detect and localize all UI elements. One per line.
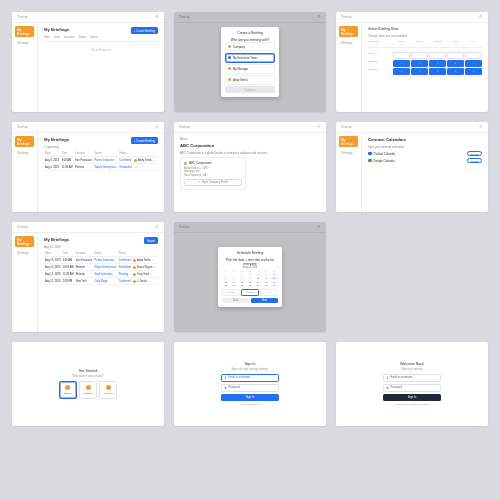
gear-icon[interactable]: ⚙ [317,125,321,129]
signup-link[interactable]: Don't have an account? Sign up [383,403,441,406]
modal-title: Create a Briefing [225,31,275,35]
schedule-modal: Schedule Briefing Pick the date + time t… [218,247,282,307]
calendar-row-outlook: Outlook Calendar Connect [368,151,482,156]
slot[interactable]: — [465,52,482,59]
more-icon[interactable]: ⋯ [153,266,156,269]
person-icon [386,376,389,379]
lock-icon [386,386,389,389]
table-row[interactable]: Aug 4, 202311:00 AM RemoteWayne Enterpri… [44,164,158,171]
column-headers: Date Time Location Name Status [44,35,158,39]
slot-selected[interactable]: ✓ [447,68,464,75]
svg-point-0 [225,377,226,378]
create-briefing-button[interactable]: + Create Briefing [131,27,158,34]
slot[interactable]: — [393,52,410,59]
slot-selected[interactable]: ✓ [447,60,464,67]
forgot-password-link[interactable]: Forgot password? [221,403,279,406]
slot[interactable]: — [411,52,428,59]
duration-option[interactable]: 1 hr [260,289,278,296]
svg-point-2 [387,377,388,378]
slot[interactable]: — [429,52,446,59]
gear-icon[interactable]: ⚙ [155,225,159,229]
slot-selected[interactable]: ✓ [465,68,482,75]
briefings-table: DateTime LocationName Status Aug 3, 2023… [44,151,158,171]
table-row[interactable]: Aug 12, 20232:00 PMNew YorkDaily BugleCo… [44,278,158,285]
sidebar-item-briefings[interactable]: My Briefings [15,26,34,37]
screen-sign-in-light: Sign In Sign in to start sharing briefin… [174,342,326,426]
screen-briefings-list: Overlap ⚙ My Briefings Settings My Brief… [12,122,164,212]
selected-day[interactable]: 12 [271,277,278,280]
continue-button[interactable]: Continue [225,86,275,93]
screen-create-briefing: Overlap ⚙ Create a Briefing Who are you … [174,12,326,112]
sidebar-item-settings[interactable]: Settings [15,39,34,46]
briefings-table: DateTime LocationName Status Aug 12, 202… [44,251,158,285]
slot-selected[interactable]: ✓ [429,60,446,67]
gear-icon[interactable]: ⚙ [479,125,483,129]
screen-select-slots: Overlap ⚙ My Briefings Settings Select B… [336,12,488,112]
slot-selected[interactable]: ✓ [411,60,428,67]
option-manager[interactable]: My Manager [225,64,275,74]
next-button[interactable]: Next [251,298,278,303]
create-briefing-button[interactable]: + Create Briefing [131,137,158,144]
modal-subtitle: Who are you meeting with? [225,38,275,42]
gear-icon[interactable]: ⚙ [479,15,483,19]
duration-picker: 30 min 45 min 1 hr [222,289,278,296]
slot-selected[interactable]: ✓ [465,60,482,67]
screen-connect-calendars: Overlap ⚙ My Briefings Settings Connect … [336,122,488,212]
slot-selected[interactable]: ✓ [393,68,410,75]
connect-button[interactable]: Connect [467,151,482,156]
company-icon [86,385,91,390]
more-icon[interactable]: ⋯ [134,166,137,169]
next-month-icon[interactable]: › [277,266,278,269]
screen-about-company: Overlap ⚙ About ABC Corporation ABC Corp… [174,122,326,212]
slot[interactable]: — [447,52,464,59]
modal-backdrop[interactable]: Create a Briefing Who are you meeting wi… [174,12,326,112]
screen-schedule-modal: Overlap ⚙ Schedule Briefing Pick the dat… [174,222,326,332]
sign-in-button[interactable]: Sign In [383,394,441,402]
username-field[interactable]: Email or username [383,374,441,382]
more-icon[interactable]: ⋯ [152,259,155,262]
table-row[interactable]: Aug 12, 20239:00 AMSan FranciscoParker I… [44,257,158,264]
back-button[interactable]: Back [222,298,249,303]
gear-icon[interactable]: ⚙ [155,125,159,129]
outlook-icon [368,152,372,156]
connect-button[interactable]: Connect [467,158,482,163]
slot-selected[interactable]: ✓ [411,68,428,75]
table-row[interactable]: Aug 12, 202311:00 AMRemoteStark Industri… [44,271,158,278]
more-icon[interactable]: ⋯ [153,159,156,162]
screen-briefings-day: Overlap ⚙ My Briefings Settings My Brief… [12,222,164,332]
option-exec-team[interactable]: My Executive Team [225,53,275,63]
company-info-card: ABC Corporation Andy Serkis — CEO abccor… [180,157,246,190]
more-icon[interactable]: ⋯ [148,280,151,283]
table-row[interactable]: Aug 12, 202310:00 AMRemoteWayne Enterpri… [44,264,158,271]
empty-state: No briefings yet [44,41,158,52]
option-company[interactable]: Company [79,381,97,399]
password-field[interactable]: Password [383,384,441,392]
open-profile-button[interactable]: ↗Open Company Profile [184,179,242,186]
gear-icon[interactable]: ⚙ [155,15,159,19]
slot-selected[interactable]: ✓ [393,60,410,67]
duration-option[interactable]: 30 min [222,289,240,296]
duration-option-selected[interactable]: 45 min [241,289,259,296]
more-icon[interactable]: ⋯ [150,273,153,276]
slot-selected[interactable]: ✓ [429,68,446,75]
screen-get-started: Get Started What kind of user are you? S… [12,342,164,426]
screen-briefings-empty: Overlap ⚙ My Briefings Settings My Brief… [12,12,164,112]
username-field[interactable]: Email or username [221,374,279,382]
calendar-nav: ‹ August 2023 › [222,266,278,269]
calendar-row-google: Google Calendar Connect [368,158,482,163]
option-company[interactable]: Company [225,42,275,52]
person-icon [224,376,227,379]
create-briefing-modal: Create a Briefing Who are you meeting wi… [221,27,279,97]
password-field[interactable]: Password [221,384,279,392]
sign-in-button[interactable]: Sign In [221,394,279,402]
option-investor[interactable]: Investor [99,381,117,399]
table-row[interactable]: Aug 3, 20239:00 AM San FranciscoParker I… [44,157,158,164]
slot-grid: PST / EST Mon 3 Tue 4 Wed 5 Thu 6 Fri 7 … [368,40,482,75]
prev-month-icon[interactable]: ‹ [222,266,223,269]
avatar [134,159,137,162]
investor-icon [106,385,111,390]
modal-backdrop[interactable]: Schedule Briefing Pick the date + time t… [174,222,326,332]
export-button[interactable]: Export [144,237,158,244]
option-person[interactable]: Andy Serkis [225,75,275,85]
option-startup[interactable]: Startup [59,381,77,399]
